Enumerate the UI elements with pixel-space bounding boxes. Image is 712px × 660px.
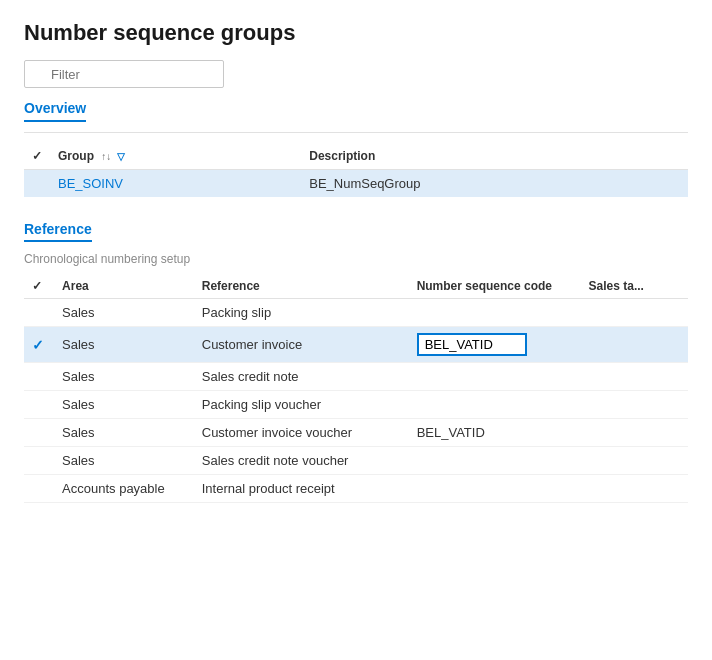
overview-col-group: Group ↑↓ ▽ xyxy=(50,145,301,170)
table-row[interactable]: BE_SOINV BE_NumSeqGroup xyxy=(24,170,688,198)
numseq-cell xyxy=(409,475,581,503)
row-check xyxy=(24,170,50,198)
filter-wrap: 🔍 xyxy=(24,60,688,88)
row-reference: Packing slip voucher xyxy=(194,391,409,419)
row-reference: Internal product receipt xyxy=(194,475,409,503)
numseq-cell xyxy=(409,363,581,391)
row-salestax xyxy=(581,475,688,503)
row-area: Accounts payable xyxy=(54,475,194,503)
ref-header-row: ✓ Area Reference Number sequence code Sa… xyxy=(24,274,688,299)
list-item[interactable]: ✓ Sales Customer invoice xyxy=(24,327,688,363)
numseq-cell: BEL_VATID xyxy=(409,419,581,447)
row-area: Sales xyxy=(54,327,194,363)
row-reference: Customer invoice voucher xyxy=(194,419,409,447)
list-item[interactable]: Sales Packing slip xyxy=(24,299,688,327)
row-area: Sales xyxy=(54,419,194,447)
row-salestax xyxy=(581,299,688,327)
filter-input[interactable] xyxy=(24,60,224,88)
overview-tab[interactable]: Overview xyxy=(24,100,86,122)
numseq-cell xyxy=(409,391,581,419)
row-check: ✓ xyxy=(24,327,54,363)
page-title: Number sequence groups xyxy=(24,20,688,46)
reference-section: Reference Chronological numbering setup … xyxy=(24,221,688,503)
numseq-input[interactable] xyxy=(417,333,527,356)
ref-col-area: Area xyxy=(54,274,194,299)
reference-table: ✓ Area Reference Number sequence code Sa… xyxy=(24,274,688,503)
row-area: Sales xyxy=(54,363,194,391)
row-check xyxy=(24,299,54,327)
list-item[interactable]: Sales Customer invoice voucher BEL_VATID xyxy=(24,419,688,447)
row-check xyxy=(24,419,54,447)
list-item[interactable]: Accounts payable Internal product receip… xyxy=(24,475,688,503)
ref-col-salestax: Sales ta... xyxy=(581,274,688,299)
row-check xyxy=(24,475,54,503)
list-item[interactable]: Sales Sales credit note xyxy=(24,363,688,391)
row-salestax xyxy=(581,419,688,447)
row-area: Sales xyxy=(54,299,194,327)
numseq-cell xyxy=(409,299,581,327)
reference-sub-label: Chronological numbering setup xyxy=(24,252,688,266)
filter-col-icon: ▽ xyxy=(117,151,125,162)
row-description: BE_NumSeqGroup xyxy=(301,170,688,198)
row-salestax xyxy=(581,391,688,419)
list-item[interactable]: Sales Sales credit note voucher xyxy=(24,447,688,475)
overview-col-description: Description xyxy=(301,145,688,170)
overview-table: ✓ Group ↑↓ ▽ Description BE_SOINV BE_Num… xyxy=(24,145,688,197)
row-check xyxy=(24,391,54,419)
row-area: Sales xyxy=(54,391,194,419)
list-item[interactable]: Sales Packing slip voucher xyxy=(24,391,688,419)
sort-icons: ↑↓ xyxy=(101,151,111,162)
row-check xyxy=(24,447,54,475)
row-salestax xyxy=(581,363,688,391)
row-area: Sales xyxy=(54,447,194,475)
row-reference: Customer invoice xyxy=(194,327,409,363)
row-reference: Sales credit note xyxy=(194,363,409,391)
row-reference: Sales credit note voucher xyxy=(194,447,409,475)
reference-tab[interactable]: Reference xyxy=(24,221,92,242)
row-group: BE_SOINV xyxy=(50,170,301,198)
main-page: Number sequence groups 🔍 Overview ✓ Grou… xyxy=(0,0,712,660)
overview-divider xyxy=(24,132,688,133)
numseq-cell xyxy=(409,447,581,475)
row-check xyxy=(24,363,54,391)
row-salestax xyxy=(581,327,688,363)
ref-col-reference: Reference xyxy=(194,274,409,299)
numseq-cell xyxy=(409,327,581,363)
row-reference: Packing slip xyxy=(194,299,409,327)
row-checkmark: ✓ xyxy=(32,337,44,353)
overview-col-check: ✓ xyxy=(24,145,50,170)
ref-col-check: ✓ xyxy=(24,274,54,299)
overview-header-row: ✓ Group ↑↓ ▽ Description xyxy=(24,145,688,170)
ref-col-numseq: Number sequence code xyxy=(409,274,581,299)
row-salestax xyxy=(581,447,688,475)
